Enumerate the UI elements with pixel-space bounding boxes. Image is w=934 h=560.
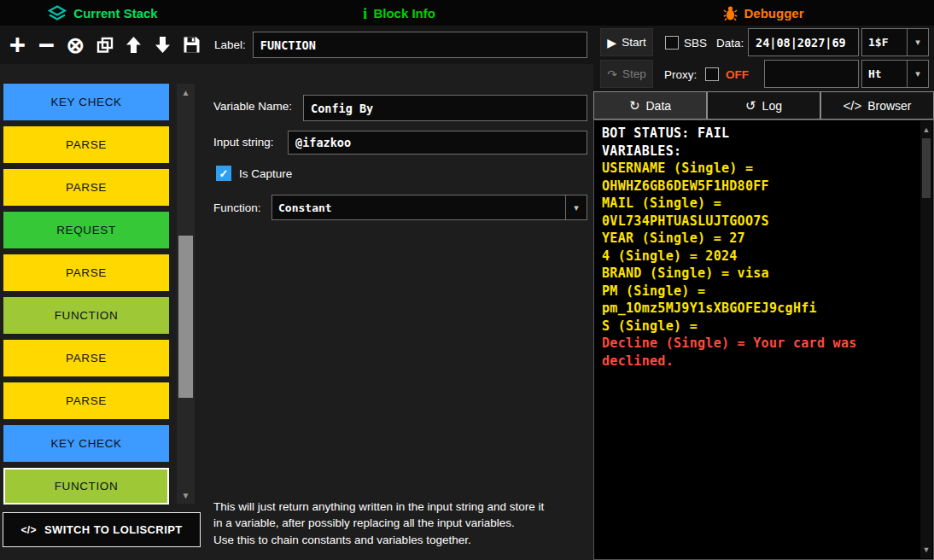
- stack-panel: KEY CHECK PARSE PARSE REQUEST PARSE: [0, 75, 205, 560]
- output-line: S (Single) =: [602, 318, 918, 335]
- output-line: VARIABLES:: [602, 143, 918, 160]
- clone-block-button[interactable]: [92, 32, 117, 59]
- function-value: Constant: [272, 195, 565, 219]
- bug-icon: [723, 5, 738, 21]
- scroll-down-icon[interactable]: ▼: [920, 544, 932, 556]
- debugger-tab[interactable]: </> Browser: [820, 91, 934, 120]
- check-icon: ✓: [219, 167, 229, 180]
- save-config-button[interactable]: [179, 32, 204, 59]
- stack-scrollbar[interactable]: ▲ ▼: [177, 84, 195, 504]
- proxy-status-badge: OFF: [726, 68, 749, 81]
- debugger-output: BOT STATUS: FAIL VARIABLES: USERNAME (Si…: [593, 120, 934, 560]
- output-scrollbar[interactable]: ▲ ▼: [920, 121, 932, 558]
- stack-block-label: KEY CHECK: [50, 96, 121, 108]
- tab-label: Data: [646, 99, 672, 113]
- scroll-up-icon[interactable]: ▲: [920, 124, 932, 136]
- step-button[interactable]: ↷ Step: [600, 60, 653, 88]
- output-line: 4 (Single) = 2024: [602, 248, 918, 265]
- block-info-header: i Block Info: [205, 0, 593, 26]
- input-string-label: Input string:: [213, 136, 274, 149]
- debugger-header: Debugger: [593, 0, 934, 26]
- stack-toolbar: + − ⊗: [0, 26, 593, 64]
- block-list: KEY CHECK PARSE PARSE REQUEST PARSE: [3, 84, 169, 510]
- scroll-down-icon[interactable]: ▼: [177, 488, 195, 502]
- stack-block[interactable]: KEY CHECK: [3, 84, 169, 120]
- current-stack-title: Current Stack: [73, 6, 157, 20]
- debugger-tab[interactable]: ↻ Data: [593, 91, 707, 120]
- proxy-input[interactable]: [764, 60, 859, 88]
- output-line: YEAR (Single) = 27: [602, 230, 918, 248]
- block-info-title: Block Info: [373, 6, 435, 20]
- debugger-tab[interactable]: ↺ Log: [707, 91, 820, 120]
- function-dropdown[interactable]: Constant ▾: [271, 195, 587, 220]
- is-capture-label: Is Capture: [239, 167, 292, 180]
- remove-block-button[interactable]: −: [34, 32, 59, 59]
- output-line: PM (Single) =: [602, 283, 918, 300]
- output-scrollbar-thumb[interactable]: [922, 138, 931, 198]
- stack-block-label: PARSE: [66, 352, 107, 365]
- is-capture-checkbox[interactable]: ✓: [216, 166, 231, 181]
- proxy-type-value: Ht: [862, 61, 907, 87]
- stack-block[interactable]: PARSE: [3, 382, 169, 419]
- stack-block-label: FUNCTION: [55, 309, 119, 322]
- stack-block[interactable]: FUNCTION: [3, 468, 169, 505]
- step-icon: ↷: [607, 68, 617, 80]
- save-icon: [183, 36, 201, 54]
- debugger-controls: ▶ Start ↷ Step SBS Data: 1$F ▾ Proxy: OF…: [593, 26, 934, 91]
- output-line: USERNAME (Single) =: [602, 160, 918, 178]
- output-line: MAIL (Single) =: [602, 195, 918, 213]
- description-line: in a variable, after possibly replacing …: [213, 515, 593, 531]
- arrow-up-icon: [126, 36, 142, 54]
- stack-block[interactable]: PARSE: [3, 126, 169, 163]
- variable-name-input[interactable]: [303, 95, 587, 121]
- output-line: 0VL734PHTUASLUJTGOO7S: [602, 213, 918, 230]
- stack-block[interactable]: PARSE: [3, 340, 169, 376]
- move-block-up-button[interactable]: [121, 32, 146, 59]
- stack-block-label: PARSE: [66, 138, 107, 151]
- proxy-label: Proxy:: [664, 68, 697, 81]
- data-label: Data:: [716, 37, 744, 50]
- start-label: Start: [622, 36, 646, 49]
- output-lines: BOT STATUS: FAIL VARIABLES: USERNAME (Si…: [602, 125, 918, 370]
- proxy-checkbox[interactable]: [705, 67, 719, 81]
- stack-block-label: FUNCTION: [55, 480, 119, 493]
- clone-icon: [96, 37, 114, 54]
- tab-icon: ↻: [629, 99, 640, 112]
- stack-block[interactable]: PARSE: [3, 169, 169, 206]
- output-line: BRAND (Single) = visa: [602, 265, 918, 283]
- input-string-input[interactable]: [288, 131, 587, 155]
- scroll-up-icon[interactable]: ▲: [177, 85, 195, 99]
- block-description: This will just return anything written i…: [213, 499, 593, 548]
- output-line: BOT STATUS: FAIL: [602, 125, 918, 143]
- wordlist-type-value: 1$F: [862, 29, 907, 55]
- sbs-checkbox[interactable]: [665, 36, 679, 50]
- arrow-down-icon: [155, 36, 171, 54]
- start-button[interactable]: ▶ Start: [600, 28, 653, 56]
- openbullet-stacker-window: Current Stack i Block Info Debugger + − …: [0, 0, 934, 560]
- tab-label: Log: [762, 99, 782, 113]
- proxy-type-dropdown[interactable]: Ht ▾: [861, 60, 929, 88]
- stack-block-label: REQUEST: [56, 224, 115, 236]
- top-bar: Current Stack i Block Info Debugger: [0, 0, 934, 26]
- stack-block[interactable]: REQUEST: [3, 212, 169, 248]
- stack-scrollbar-thumb[interactable]: [178, 236, 193, 398]
- variable-name-label: Variable Name:: [213, 100, 292, 113]
- output-line: declined.: [602, 353, 918, 370]
- block-label-input[interactable]: [253, 32, 587, 58]
- stack-block[interactable]: KEY CHECK: [3, 425, 169, 462]
- stack-block[interactable]: FUNCTION: [3, 297, 169, 334]
- stack-block-label: KEY CHECK: [50, 437, 121, 450]
- current-stack-header: Current Stack: [0, 0, 205, 26]
- function-label: Function:: [213, 201, 261, 214]
- sbs-label: SBS: [684, 37, 707, 50]
- add-block-button[interactable]: +: [5, 32, 30, 59]
- step-label: Step: [622, 67, 646, 80]
- wordlist-type-dropdown[interactable]: 1$F ▾: [861, 28, 929, 56]
- delete-block-button[interactable]: ⊗: [63, 32, 88, 59]
- switch-to-loliscript-button[interactable]: </> SWITCH TO LOLISCRIPT: [3, 512, 201, 547]
- move-block-down-button[interactable]: [150, 32, 175, 59]
- data-input[interactable]: [748, 28, 859, 56]
- stack-block[interactable]: PARSE: [3, 254, 169, 291]
- output-line: pm_1Omz5MJ9Y1sXBGOFEJ9cgHfi: [602, 300, 918, 318]
- dropdown-arrow-icon: ▾: [565, 195, 587, 219]
